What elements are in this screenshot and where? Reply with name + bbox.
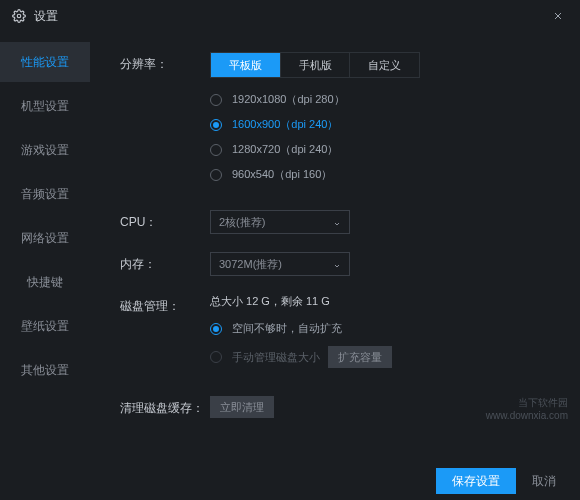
sidebar-item-2[interactable]: 游戏设置 [0,130,90,170]
radio-icon [210,94,222,106]
save-button[interactable]: 保存设置 [436,468,516,494]
chevron-down-icon [333,218,341,226]
resolution-option-3[interactable]: 960x540（dpi 160） [210,167,550,182]
radio-icon [210,169,222,181]
clear-cache-button[interactable]: 立即清理 [210,396,274,418]
resolution-option-2[interactable]: 1280x720（dpi 240） [210,142,550,157]
resolution-tabs: 平板版手机版自定义 [210,52,420,78]
cache-label: 清理磁盘缓存： [120,396,210,417]
resolution-tab-0[interactable]: 平板版 [211,53,281,77]
memory-label: 内存： [120,252,210,273]
sidebar-item-7[interactable]: 其他设置 [0,350,90,390]
resolution-tab-1[interactable]: 手机版 [281,53,351,77]
radio-icon [210,323,222,335]
sidebar-item-0[interactable]: 性能设置 [0,42,90,82]
sidebar-item-4[interactable]: 网络设置 [0,218,90,258]
main-panel: 分辨率： 平板版手机版自定义 1920x1080（dpi 280）1600x90… [90,32,580,462]
sidebar-item-5[interactable]: 快捷键 [0,262,90,302]
memory-select[interactable]: 3072M(推荐) [210,252,350,276]
sidebar-item-3[interactable]: 音频设置 [0,174,90,214]
cpu-label: CPU： [120,210,210,231]
radio-icon [210,351,222,363]
cpu-select[interactable]: 2核(推荐) [210,210,350,234]
cancel-button[interactable]: 取消 [532,473,556,490]
chevron-down-icon [333,260,341,268]
radio-icon [210,119,222,131]
titlebar: 设置 [0,0,580,32]
radio-label: 手动管理磁盘大小 [232,350,320,365]
resolution-option-1[interactable]: 1600x900（dpi 240） [210,117,550,132]
gear-icon [12,9,26,23]
radio-label: 1600x900（dpi 240） [232,117,338,132]
footer: 保存设置 取消 [0,462,580,500]
disk-label: 磁盘管理： [120,294,210,315]
radio-icon [210,144,222,156]
resolution-option-0[interactable]: 1920x1080（dpi 280） [210,92,550,107]
resolution-tab-2[interactable]: 自定义 [350,53,419,77]
resolution-options: 1920x1080（dpi 280）1600x900（dpi 240）1280x… [210,92,550,182]
sidebar: 性能设置机型设置游戏设置音频设置网络设置快捷键壁纸设置其他设置 [0,32,90,462]
svg-point-0 [17,14,21,18]
radio-label: 1280x720（dpi 240） [232,142,338,157]
disk-option-1: 手动管理磁盘大小扩充容量 [210,346,550,368]
radio-label: 1920x1080（dpi 280） [232,92,345,107]
radio-label: 空间不够时，自动扩充 [232,321,342,336]
disk-option-0[interactable]: 空间不够时，自动扩充 [210,321,550,336]
sidebar-item-6[interactable]: 壁纸设置 [0,306,90,346]
cpu-select-value: 2核(推荐) [219,215,265,230]
radio-label: 960x540（dpi 160） [232,167,332,182]
disk-info: 总大小 12 G，剩余 11 G [210,294,550,309]
close-icon[interactable] [548,6,568,26]
window-title: 设置 [34,8,58,25]
resolution-label: 分辨率： [120,52,210,73]
sidebar-item-1[interactable]: 机型设置 [0,86,90,126]
expand-capacity-button: 扩充容量 [328,346,392,368]
memory-select-value: 3072M(推荐) [219,257,282,272]
